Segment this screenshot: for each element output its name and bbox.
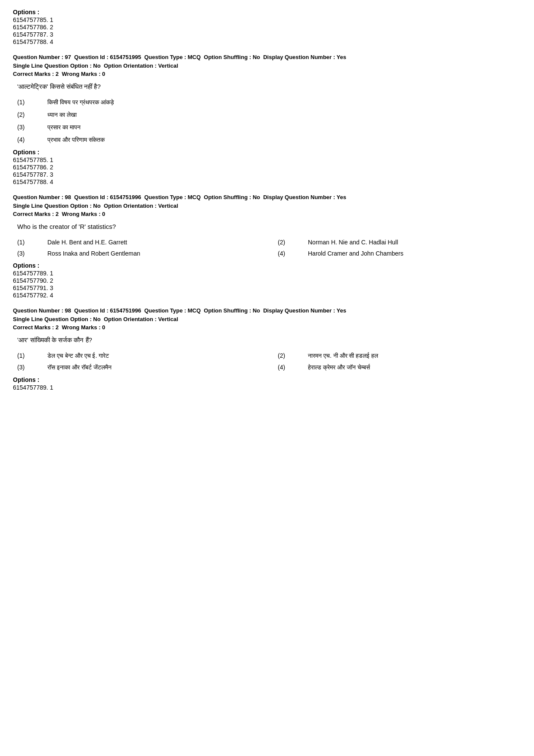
- correct-marks-97: Correct Marks : 2 Wrong Marks : 0: [13, 71, 521, 77]
- options-label-98-hi: Options :: [13, 376, 521, 383]
- options-horizontal-98-hi: (1) डेल एच बेन्ट और एच ई. गारेट (2) नारम…: [17, 352, 521, 371]
- option-text: नारमन एच. नी और सी हडलई हल: [308, 352, 521, 359]
- option-text: हेराल्ड क्रेमर और जॉन चेम्बर्स: [308, 364, 521, 371]
- option-text: प्रभाव और परिणाम संकेतक: [47, 136, 521, 144]
- option-text: Dale H. Bent and H.E. Garrett: [47, 239, 261, 246]
- option-text: Harold Cramer and John Chambers: [308, 250, 521, 257]
- question-block-98-en: Question Number : 98 Question Id : 61547…: [13, 193, 521, 299]
- option-line: 6154757786. 2: [13, 24, 521, 31]
- option-line: 6154757787. 3: [13, 171, 521, 178]
- correct-marks-98-hi: Correct Marks : 2 Wrong Marks : 0: [13, 324, 521, 331]
- options-vertical-97: (1) किसी विषय पर ग्रंथपरक आंकड़े (2) ध्य…: [17, 99, 521, 144]
- option-text: किसी विषय पर ग्रंथपरक आंकड़े: [47, 99, 521, 106]
- list-item: (4) प्रभाव और परिणाम संकेतक: [17, 136, 521, 144]
- list-item: (1) डेल एच बेन्ट और एच ई. गारेट: [17, 352, 261, 359]
- option-num: (2): [278, 239, 308, 246]
- option-num: (4): [278, 364, 308, 371]
- option-num: (1): [17, 99, 47, 106]
- option-line: 6154757786. 2: [13, 164, 521, 171]
- options-label-0: Options :: [13, 9, 521, 16]
- first-options-block: Options : 6154757785. 1 6154757786. 2 61…: [13, 9, 521, 45]
- option-line: 6154757785. 1: [13, 156, 521, 163]
- option-num: (3): [17, 250, 47, 257]
- list-item: (1) Dale H. Bent and H.E. Garrett: [17, 239, 261, 246]
- option-line: 6154757791. 3: [13, 284, 521, 291]
- options-label-98-en: Options :: [13, 262, 521, 269]
- option-num: (4): [278, 250, 308, 257]
- list-item: (4) हेराल्ड क्रेमर और जॉन चेम्बर्स: [278, 364, 521, 371]
- option-text: Norman H. Nie and C. Hadlai Hull: [308, 239, 521, 246]
- list-item: (1) किसी विषय पर ग्रंथपरक आंकड़े: [17, 99, 521, 106]
- option-line: 6154757790. 2: [13, 277, 521, 284]
- option-num: (1): [17, 239, 47, 246]
- option-num: (1): [17, 352, 47, 359]
- option-text: डेल एच बेन्ट और एच ई. गारेट: [47, 352, 261, 359]
- option-text: प्रसार का मापन: [47, 124, 521, 131]
- question-block-97: Question Number : 97 Question Id : 61547…: [13, 53, 521, 185]
- list-item: (3) रॉस इनाका और रॉबर्ट जेंटलमैन: [17, 364, 261, 371]
- list-item: (4) Harold Cramer and John Chambers: [278, 250, 521, 257]
- option-text: Ross Inaka and Robert Gentleman: [47, 250, 261, 257]
- question-meta-98-hi: Question Number : 98 Question Id : 61547…: [13, 306, 521, 323]
- question-meta-97: Question Number : 97 Question Id : 61547…: [13, 53, 521, 70]
- option-line: 6154757785. 1: [13, 16, 521, 23]
- list-item: (3) प्रसार का मापन: [17, 124, 521, 131]
- option-line: 6154757787. 3: [13, 31, 521, 38]
- option-line: 6154757789. 1: [13, 384, 521, 391]
- correct-marks-98-en: Correct Marks : 2 Wrong Marks : 0: [13, 211, 521, 217]
- question-block-98-hi: Question Number : 98 Question Id : 61547…: [13, 306, 521, 391]
- options-label-97: Options :: [13, 149, 521, 156]
- option-line: 6154757788. 4: [13, 38, 521, 45]
- question-text-98-en: Who is the creator of 'R' statistics?: [17, 222, 521, 232]
- option-num: (3): [17, 364, 47, 371]
- option-num: (2): [17, 111, 47, 118]
- list-item: (2) ध्यान का लेखा: [17, 111, 521, 119]
- list-item: (3) Ross Inaka and Robert Gentleman: [17, 250, 261, 257]
- option-line: 6154757788. 4: [13, 178, 521, 185]
- option-text: रॉस इनाका और रॉबर्ट जेंटलमैन: [47, 364, 261, 371]
- options-horizontal-98-en: (1) Dale H. Bent and H.E. Garrett (2) No…: [17, 239, 521, 257]
- option-text: ध्यान का लेखा: [47, 111, 521, 119]
- question-text-98-hi: 'आर' सांख्यिकी के सर्जक कौन हैं?: [17, 335, 521, 345]
- list-item: (2) नारमन एच. नी और सी हडलई हल: [278, 352, 521, 359]
- option-num: (3): [17, 124, 47, 131]
- option-line: 6154757792. 4: [13, 292, 521, 299]
- option-num: (4): [17, 136, 47, 143]
- option-line: 6154757789. 1: [13, 270, 521, 277]
- question-text-97: 'आल्टमेट्रिक' किससे संबंधित नहीं है?: [17, 81, 521, 92]
- question-meta-98-en: Question Number : 98 Question Id : 61547…: [13, 193, 521, 210]
- page-container: Options : 6154757785. 1 6154757786. 2 61…: [13, 9, 521, 391]
- option-num: (2): [278, 352, 308, 359]
- list-item: (2) Norman H. Nie and C. Hadlai Hull: [278, 239, 521, 246]
